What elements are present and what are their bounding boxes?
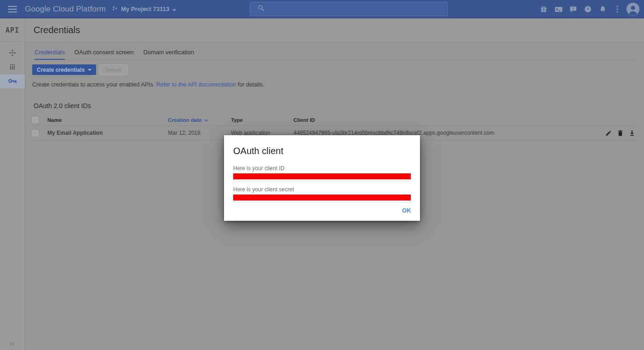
dialog-title: OAuth client bbox=[233, 146, 411, 156]
client-id-label: Here is your client ID bbox=[233, 165, 411, 172]
client-secret-redaction bbox=[233, 195, 411, 201]
client-id-field[interactable] bbox=[233, 173, 411, 181]
oauth-client-dialog: OAuth client Here is your client ID Here… bbox=[224, 135, 420, 221]
client-secret-field[interactable] bbox=[233, 195, 411, 202]
client-id-redaction bbox=[233, 173, 411, 179]
client-secret-label: Here is your client secret bbox=[233, 186, 411, 193]
ok-button[interactable]: OK bbox=[402, 207, 411, 214]
